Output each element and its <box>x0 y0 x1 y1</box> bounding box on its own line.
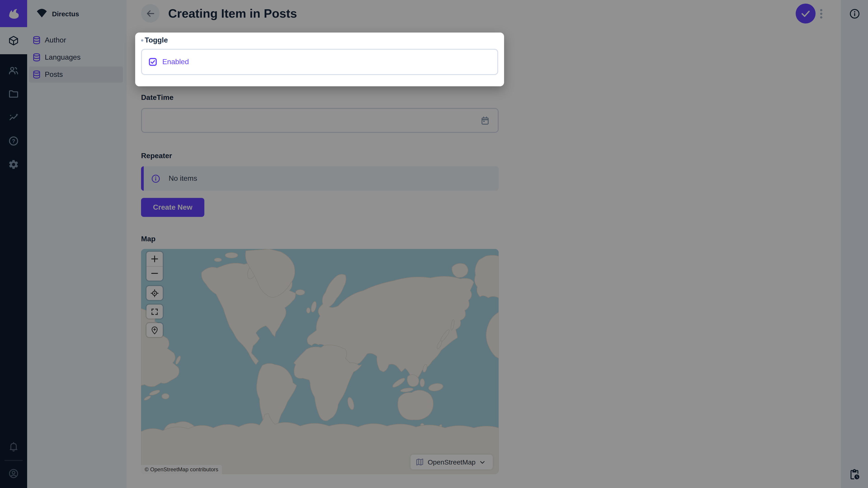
checkbox-checked-icon[interactable] <box>149 58 157 66</box>
tour-spotlight-toggle-field: Toggle Enabled <box>135 33 504 86</box>
toggle-field-label-row: Toggle <box>141 36 168 44</box>
toggle-input[interactable]: Enabled <box>141 49 498 75</box>
field-edited-dot <box>141 39 143 41</box>
toggle-field-label: Toggle <box>145 36 168 44</box>
directus-app: ? Directus Autho <box>0 0 868 488</box>
toggle-checkbox-label[interactable]: Enabled <box>162 58 189 66</box>
